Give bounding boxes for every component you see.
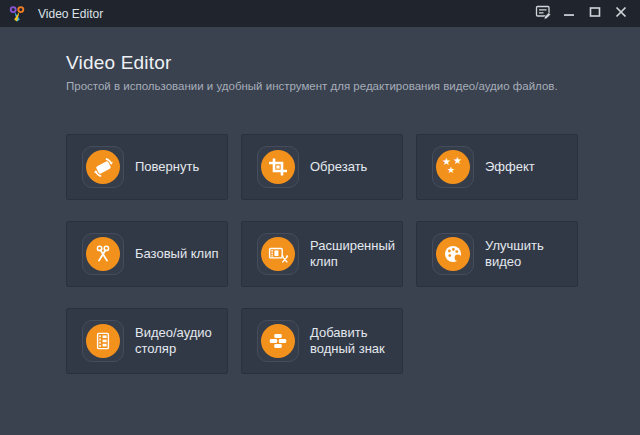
page-header: Video Editor Простой в использовании и у… xyxy=(66,52,558,92)
window-title: Video Editor xyxy=(38,7,103,21)
tool-button-effect[interactable]: ★ ★ ★ Эффект xyxy=(416,134,578,200)
page-title: Video Editor xyxy=(66,52,558,74)
icon-holder xyxy=(82,233,124,275)
close-button[interactable] xyxy=(608,3,634,25)
titlebar: Video Editor xyxy=(0,0,640,27)
window-controls xyxy=(530,3,634,25)
icon-holder: ★ ★ ★ xyxy=(432,146,474,188)
tool-button-advanced-clip[interactable]: Расширенный клип xyxy=(241,221,403,287)
tool-button-rotate[interactable]: Повернуть xyxy=(66,134,228,200)
feedback-icon xyxy=(535,4,552,23)
tool-label: Эффект xyxy=(485,159,577,175)
rotate-icon xyxy=(86,150,120,184)
tool-label: Улучшить видео xyxy=(485,238,577,271)
tool-label: Расширенный клип xyxy=(310,238,402,271)
tool-grid: Повернуть Обрезать ★ ★ ★ xyxy=(66,134,578,374)
filmstrip-scissors-icon xyxy=(261,237,295,271)
app-logo-scissors-icon xyxy=(8,5,26,23)
icon-holder xyxy=(432,233,474,275)
icon-holder xyxy=(82,320,124,362)
tool-button-crop[interactable]: Обрезать xyxy=(241,134,403,200)
icon-holder xyxy=(257,233,299,275)
crop-icon xyxy=(261,150,295,184)
close-icon xyxy=(615,6,627,21)
tool-label: Добавить водный знак xyxy=(310,325,402,358)
icon-holder xyxy=(257,320,299,362)
tool-label: Базовый клип xyxy=(135,246,227,262)
tool-label: Повернуть xyxy=(135,159,227,175)
maximize-button[interactable] xyxy=(582,3,608,25)
tool-button-add-watermark[interactable]: Добавить водный знак xyxy=(241,308,403,374)
minimize-icon xyxy=(563,6,575,21)
icon-holder xyxy=(257,146,299,188)
icon-holder xyxy=(82,146,124,188)
watermark-icon xyxy=(261,324,295,358)
stars-icon: ★ ★ ★ xyxy=(436,150,470,184)
tool-label: Обрезать xyxy=(310,159,402,175)
tool-button-enhance-video[interactable]: Улучшить видео xyxy=(416,221,578,287)
tool-label: Видео/аудио столяр xyxy=(135,325,227,358)
palette-icon xyxy=(436,237,470,271)
scissors-icon xyxy=(86,237,120,271)
feedback-button[interactable] xyxy=(530,3,556,25)
minimize-button[interactable] xyxy=(556,3,582,25)
tool-button-basic-clip[interactable]: Базовый клип xyxy=(66,221,228,287)
maximize-icon xyxy=(589,6,601,21)
tool-button-video-audio-joiner[interactable]: Видео/аудио столяр xyxy=(66,308,228,374)
filmstrip-icon xyxy=(86,324,120,358)
page-subtitle: Простой в использовании и удобный инстру… xyxy=(66,80,558,92)
